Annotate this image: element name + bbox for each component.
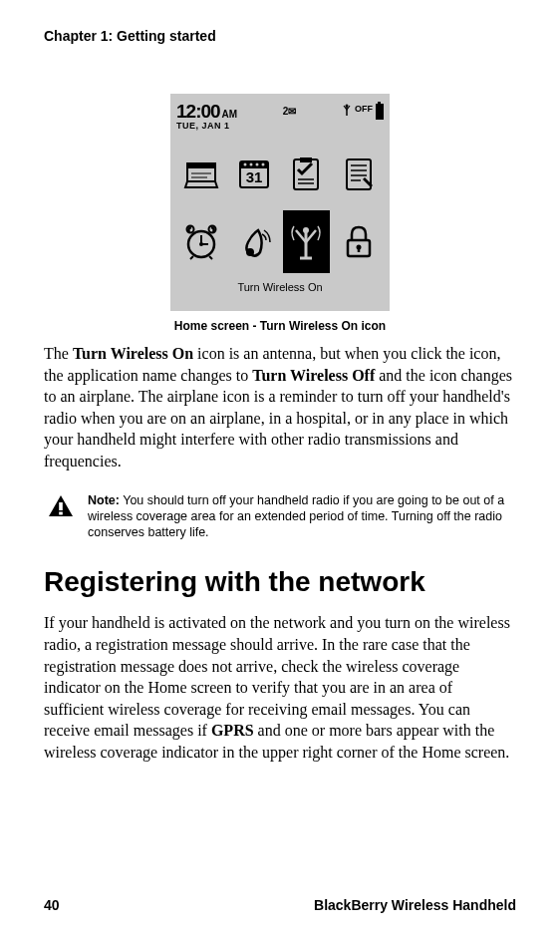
battery-icon: [376, 104, 384, 120]
time-ampm: AM: [222, 109, 238, 120]
svg-rect-3: [187, 163, 215, 168]
home-screen: 12:00AM TUE, JAN 1 2✉ OFF 31: [170, 94, 390, 311]
bold-turn-wireless-on: Turn Wireless On: [73, 345, 193, 362]
chapter-header: Chapter 1: Getting started: [44, 28, 516, 44]
warning-icon: [48, 492, 74, 541]
signal-status: OFF: [355, 104, 373, 114]
message-indicator: 2✉: [283, 102, 297, 117]
memo-icon: [336, 142, 383, 204]
calendar-icon: 31: [231, 142, 278, 204]
svg-text:31: 31: [245, 168, 262, 185]
screenshot-caption: Home screen - Turn Wireless On icon: [44, 319, 516, 333]
bold-gprs: GPRS: [211, 722, 254, 739]
text-fragment: If your handheld is activated on the net…: [44, 614, 510, 739]
section-heading: Registering with the network: [44, 566, 516, 598]
status-bar: 12:00AM TUE, JAN 1 2✉ OFF: [176, 100, 384, 138]
messages-icon: [178, 142, 225, 204]
note-text: Note: You should turn off your handheld …: [88, 492, 516, 541]
selected-app-label: Turn Wireless On: [176, 277, 384, 293]
profiles-icon: [231, 210, 278, 273]
lock-icon: [336, 210, 383, 273]
tasks-icon: [283, 142, 330, 204]
svg-rect-14: [300, 157, 312, 162]
svg-line-28: [190, 256, 193, 259]
svg-point-32: [303, 227, 309, 233]
svg-rect-38: [59, 511, 63, 514]
date-value: TUE, JAN 1: [176, 122, 237, 131]
paragraph-registering: If your handheld is activated on the net…: [44, 612, 516, 763]
app-icon-grid: 31: [176, 138, 384, 277]
svg-point-10: [255, 162, 258, 165]
svg-rect-17: [347, 159, 371, 189]
svg-rect-13: [294, 159, 318, 189]
svg-rect-37: [59, 502, 63, 510]
text-fragment: The: [44, 345, 73, 362]
svg-point-9: [249, 162, 252, 165]
envelope-icon: ✉: [288, 106, 296, 117]
svg-line-29: [209, 256, 212, 259]
alarm-icon: [178, 210, 225, 273]
device-screenshot: 12:00AM TUE, JAN 1 2✉ OFF 31: [44, 94, 516, 311]
clock-block: 12:00AM TUE, JAN 1: [176, 102, 237, 131]
wireless-on-icon: [283, 210, 330, 273]
time-value: 12:00: [176, 101, 220, 122]
svg-point-11: [261, 162, 264, 165]
signal-battery: OFF: [342, 102, 384, 120]
paragraph-wireless-on: The Turn Wireless On icon is an antenna,…: [44, 343, 516, 472]
svg-point-8: [243, 162, 246, 165]
svg-point-1: [345, 105, 348, 108]
note-block: Note: You should turn off your handheld …: [44, 492, 516, 541]
svg-point-30: [246, 248, 254, 256]
bold-turn-wireless-off: Turn Wireless Off: [252, 367, 375, 384]
page-footer: 40 BlackBerry Wireless Handheld: [44, 897, 516, 913]
note-body: You should turn off your handheld radio …: [88, 493, 504, 540]
page-number: 40: [44, 897, 60, 913]
product-name: BlackBerry Wireless Handheld: [314, 897, 516, 913]
antenna-icon: [342, 104, 352, 118]
note-label: Note:: [88, 493, 120, 507]
